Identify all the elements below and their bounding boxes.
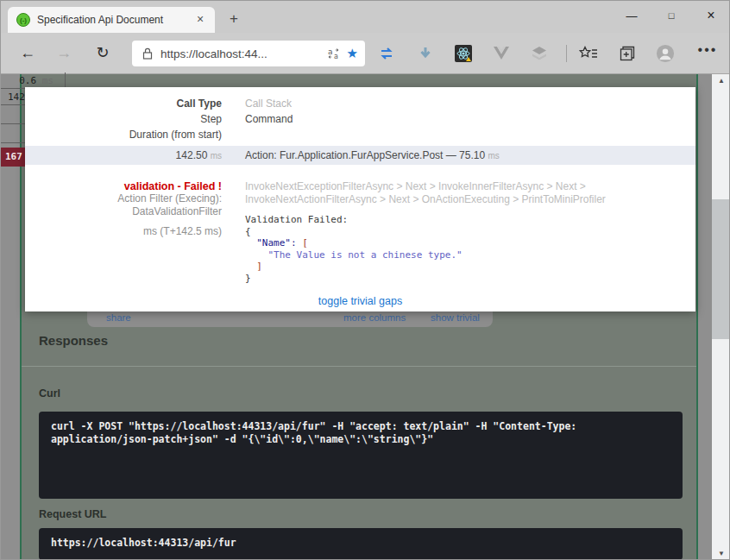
vertical-scrollbar[interactable]: ▲ ▼ [712, 74, 730, 560]
curl-code-block[interactable]: curl -X POST "https://localhost:44313/ap… [39, 412, 683, 499]
devtools-extension-icon[interactable] [454, 44, 473, 63]
svg-text:a: a [334, 53, 338, 60]
responses-divider [22, 366, 696, 367]
summary-duration: 142.50 [176, 149, 208, 161]
code-brace-open: { [245, 226, 251, 237]
code-bracket-open: [ [302, 237, 308, 249]
more-columns-link[interactable]: more columns [343, 312, 406, 323]
request-url-text: https://localhost:44313/api/fur [51, 537, 236, 549]
profiler-popup-footer: share more columns show trivial [87, 311, 493, 327]
back-button[interactable]: ← [16, 42, 39, 65]
duration-label: Duration (from start) [25, 127, 222, 142]
collections-icon[interactable] [618, 44, 637, 63]
popup-header: Call Type Step Duration (from start) Cal… [25, 87, 695, 142]
action-filter-label: Action Filter (Execing): [25, 192, 222, 205]
tab-strip: (-) Specification Api Document × + — □ × [1, 1, 730, 33]
profile-avatar[interactable] [656, 44, 675, 63]
filter-name: DataValidationFilter [25, 205, 222, 218]
code-brace-close: } [245, 273, 251, 284]
step-timing: ms (T+142.5 ms) [25, 225, 222, 237]
summary-row[interactable]: 142.50 ms Action: Fur.Application.FurApp… [25, 146, 695, 165]
validation-step-row: validation - Failed ! Action Filter (Exe… [25, 180, 695, 284]
close-tab-icon[interactable]: × [192, 12, 208, 28]
summary-action-unit: ms [488, 151, 499, 160]
call-type-label: Call Type [25, 96, 222, 111]
loop-extension-icon[interactable] [377, 44, 396, 63]
browser-tab[interactable]: (-) Specification Api Document × [8, 7, 215, 33]
maximize-button[interactable]: □ [651, 1, 691, 30]
duration-value: 0.6 [19, 75, 36, 86]
new-tab-button[interactable]: + [223, 9, 244, 29]
tab-title: Specification Api Document [37, 14, 192, 26]
duration-unit: ms [42, 75, 53, 86]
responses-heading: Responses [39, 333, 108, 348]
show-trivial-link[interactable]: show trivial [431, 312, 480, 323]
scroll-down-arrow-icon[interactable]: ▼ [712, 547, 730, 560]
favorites-hub-icon[interactable] [579, 44, 598, 63]
scroll-up-arrow-icon[interactable]: ▲ [712, 74, 730, 88]
call-stack-text: InvokeNextExceptionFilterAsync > Next > … [245, 180, 681, 206]
minimize-button[interactable]: — [612, 1, 651, 30]
request-url-label: Request URL [39, 508, 106, 520]
url-text: https://localhost:44... [160, 47, 321, 60]
swagger-favicon-icon: (-) [16, 13, 30, 27]
close-window-button[interactable]: × [691, 1, 730, 30]
toggle-trivial-gaps-link[interactable]: toggle trivial gaps [25, 295, 695, 307]
validation-status: validation - Failed ! [25, 180, 222, 192]
lock-icon [142, 47, 153, 60]
call-stack-label: Call Stack [245, 96, 695, 111]
forward-button[interactable]: → [53, 42, 75, 65]
profiler-detail-popup: Call Type Step Duration (from start) Cal… [25, 87, 695, 311]
settings-menu-button[interactable]: ••• [696, 42, 719, 58]
command-label: Command [245, 111, 695, 127]
page-content: Responses Curl curl -X POST "https://loc… [1, 74, 730, 560]
svg-text:a: a [328, 47, 333, 56]
download-extension-icon[interactable] [416, 44, 435, 63]
layers-extension-icon[interactable] [530, 44, 549, 63]
window-controls: — □ × [612, 1, 730, 30]
browser-toolbar: ← → ↻ https://localhost:44... aa ★ [1, 33, 730, 74]
favorite-star-icon[interactable]: ★ [347, 46, 358, 61]
request-url-block[interactable]: https://localhost:44313/api/fur [39, 528, 683, 560]
toolbar-divider [566, 45, 567, 62]
maximize-icon: □ [669, 10, 675, 21]
refresh-button[interactable]: ↻ [91, 42, 114, 65]
browser-window: (-) Specification Api Document × + — □ ×… [0, 0, 730, 560]
summary-action: Action: Fur.Application.FurAppService.Po… [245, 149, 485, 161]
code-key: "Name": [245, 237, 302, 249]
code-value: "The Value is not a chinese type." [245, 249, 463, 261]
vue-extension-icon[interactable] [492, 44, 511, 63]
curl-line-1: curl -X POST "https://localhost:44313/ap… [51, 420, 576, 432]
step-label: Step [25, 111, 222, 127]
code-title: Validation Failed: [245, 214, 348, 225]
scrollbar-thumb[interactable] [712, 199, 730, 339]
summary-duration-unit: ms [211, 151, 222, 160]
code-bracket-close: ] [245, 261, 262, 272]
validation-code-block: Validation Failed: { "Name": [ "The Valu… [245, 214, 695, 284]
share-link[interactable]: share [106, 312, 131, 323]
curl-label: Curl [39, 387, 60, 400]
address-bar[interactable]: https://localhost:44... aa ★ [132, 41, 365, 66]
curl-line-2: application/json-patch+json" -d "{\"id\"… [51, 433, 433, 445]
translate-icon[interactable]: aa [327, 47, 341, 60]
